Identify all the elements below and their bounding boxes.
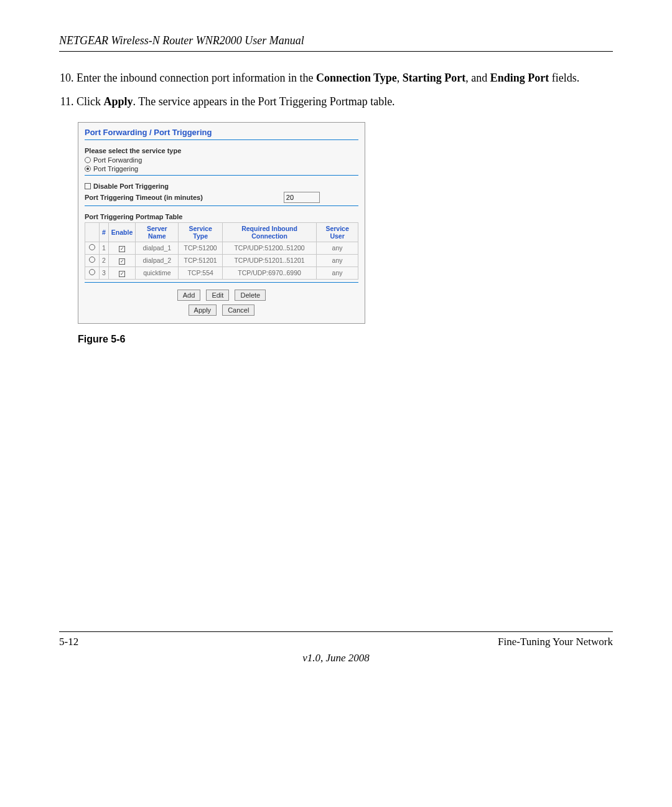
step-11: Click Apply. The service appears in the …	[77, 94, 613, 109]
portmap-table: # Enable Server Name Service Type Requir…	[85, 222, 358, 280]
col-service-type: Service Type	[179, 222, 223, 242]
table-header-row: # Enable Server Name Service Type Requir…	[85, 222, 358, 242]
service-type-label: Please select the service type	[85, 147, 358, 154]
add-button[interactable]: Add	[177, 290, 201, 301]
cell-num: 3	[100, 267, 109, 279]
col-server-name: Server Name	[136, 222, 179, 242]
checkbox-icon	[119, 246, 125, 252]
text: . The service appears in the Port Trigge…	[133, 95, 395, 108]
table-row: 2dialpad_2TCP:51201TCP/UDP:51201..51201a…	[85, 254, 358, 267]
figure-label: Figure 5-6	[78, 334, 613, 345]
header-title: NETGEAR Wireless-N Router WNR2000 User M…	[59, 34, 613, 47]
radio-label: Port Forwarding	[93, 156, 142, 164]
row-select-radio[interactable]	[89, 244, 95, 250]
apply-button[interactable]: Apply	[189, 304, 217, 316]
cell-user: any	[317, 242, 358, 254]
col-user: Service User	[317, 222, 358, 242]
cell-server-name: quicktime	[136, 267, 179, 279]
bold-text: Apply	[104, 95, 133, 108]
cell-num: 1	[100, 242, 109, 254]
portmap-table-title: Port Triggering Portmap Table	[85, 213, 358, 220]
bold-text: Connection Type	[316, 72, 397, 84]
divider	[85, 282, 358, 283]
checkbox-icon	[119, 271, 125, 277]
cell-service-type: TCP:554	[179, 267, 223, 279]
cell-num: 2	[100, 254, 109, 267]
cell-service-type: TCP:51201	[179, 254, 223, 267]
cell-inbound: TCP/UDP:51201..51201	[222, 254, 316, 267]
text: ,	[397, 72, 403, 84]
header-rule	[59, 51, 613, 52]
table-row: 1dialpad_1TCP:51200TCP/UDP:51200..51200a…	[85, 242, 358, 254]
row-select-radio[interactable]	[89, 269, 95, 275]
cell-user: any	[317, 267, 358, 279]
delete-button[interactable]: Delete	[235, 290, 266, 301]
edit-button[interactable]: Edit	[206, 290, 229, 301]
bold-text: Ending Port	[490, 72, 549, 84]
radio-port-forwarding[interactable]: Port Forwarding	[85, 156, 358, 164]
bold-text: Starting Port	[403, 72, 465, 84]
cell-server-name: dialpad_2	[136, 254, 179, 267]
footer-section: Fine-Tuning Your Network	[498, 636, 613, 648]
timeout-input[interactable]	[284, 192, 320, 203]
text: , and	[465, 72, 490, 84]
ui-panel: Port Forwarding / Port Triggering Please…	[78, 122, 365, 324]
checkbox-icon	[85, 183, 91, 189]
cell-enable[interactable]	[108, 267, 135, 279]
col-num: #	[100, 222, 109, 242]
radio-icon	[85, 166, 91, 172]
text: Enter the inbound connection port inform…	[77, 72, 316, 84]
disable-triggering-checkbox[interactable]: Disable Port Triggering	[85, 182, 358, 190]
text: fields.	[549, 72, 579, 84]
step-10: Enter the inbound connection port inform…	[77, 70, 613, 85]
footer-rule	[59, 631, 613, 632]
col-inbound: Required Inbound Connection	[222, 222, 316, 242]
cell-server-name: dialpad_1	[136, 242, 179, 254]
divider	[85, 175, 358, 176]
text: Click	[77, 95, 104, 108]
radio-icon	[85, 157, 91, 163]
table-row: 3quicktimeTCP:554TCP/UDP:6970..6990any	[85, 267, 358, 279]
footer-version: v1.0, June 2008	[59, 652, 613, 664]
timeout-label: Port Triggering Timeout (in minutes)	[85, 194, 203, 201]
checkbox-icon	[119, 258, 125, 265]
panel-title: Port Forwarding / Port Triggering	[85, 128, 358, 137]
col-enable: Enable	[108, 222, 135, 242]
radio-port-triggering[interactable]: Port Triggering	[85, 165, 358, 172]
cell-enable[interactable]	[108, 254, 135, 267]
cell-service-type: TCP:51200	[179, 242, 223, 254]
cell-enable[interactable]	[108, 242, 135, 254]
radio-label: Port Triggering	[93, 165, 138, 172]
cancel-button[interactable]: Cancel	[222, 304, 254, 316]
page-number: 5-12	[59, 636, 78, 648]
cell-inbound: TCP/UDP:51200..51200	[222, 242, 316, 254]
cell-user: any	[317, 254, 358, 267]
title-underline	[85, 139, 358, 141]
cell-inbound: TCP/UDP:6970..6990	[222, 267, 316, 279]
checkbox-label: Disable Port Triggering	[93, 182, 169, 190]
divider	[85, 205, 358, 207]
row-select-radio[interactable]	[89, 257, 95, 263]
